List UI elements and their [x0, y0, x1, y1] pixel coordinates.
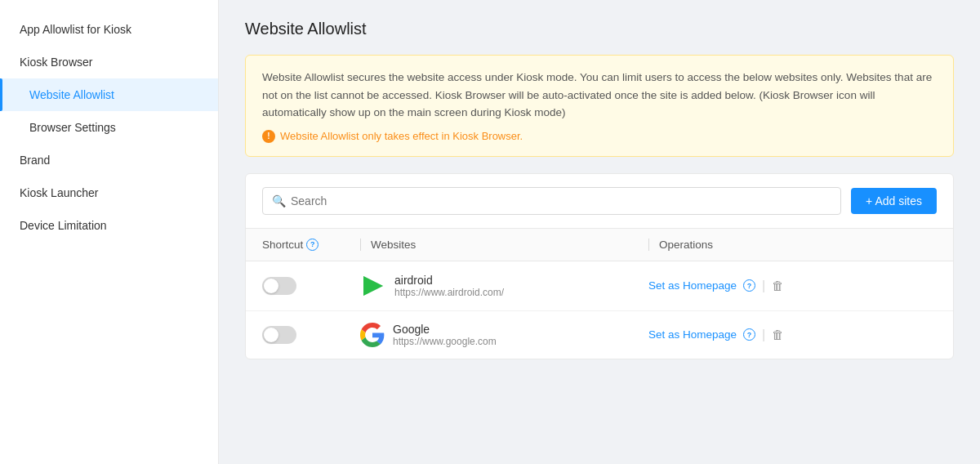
shortcut-help-icon[interactable]: ?: [306, 239, 318, 251]
info-box-warning-text: Website Allowlist only takes effect in K…: [280, 130, 523, 142]
delete-icon-google[interactable]: 🗑: [772, 328, 784, 341]
sidebar-item-website-allowlist[interactable]: Website Allowlist: [0, 78, 218, 111]
sidebar-item-label: App Allowlist for Kiosk: [20, 23, 131, 36]
info-box-warning: ! Website Allowlist only takes effect in…: [262, 130, 937, 143]
search-icon: 🔍: [272, 194, 286, 207]
op-divider-airdroid: |: [762, 279, 765, 293]
delete-icon-airdroid[interactable]: 🗑: [772, 279, 784, 292]
sidebar-item-browser-settings[interactable]: Browser Settings: [0, 111, 218, 144]
sidebar-item-label: Kiosk Browser: [20, 56, 92, 69]
google-name: Google: [393, 323, 497, 336]
add-sites-button[interactable]: + Add sites: [851, 188, 937, 214]
col-shortcut: Shortcut ?: [262, 239, 360, 251]
search-input-wrap: 🔍: [262, 187, 841, 215]
col-websites: Websites: [360, 239, 648, 251]
toggle-google[interactable]: [262, 326, 296, 344]
sidebar-item-brand[interactable]: Brand: [0, 144, 218, 176]
svg-marker-1: [363, 276, 383, 296]
table-header: Shortcut ? Websites Operations: [246, 229, 953, 261]
operations-airdroid: Set as Homepage ? | 🗑: [648, 279, 937, 293]
search-area: 🔍 + Add sites: [246, 174, 953, 229]
airdroid-name: airdroid: [394, 274, 504, 287]
toggle-knob-google: [264, 328, 278, 342]
sidebar-item-kiosk-launcher[interactable]: Kiosk Launcher: [0, 176, 218, 209]
sidebar-item-label: Kiosk Launcher: [20, 186, 99, 199]
sidebar-item-label: Website Allowlist: [29, 88, 114, 101]
table-row: airdroid https://www.airdroid.com/ Set a…: [246, 261, 953, 311]
search-input[interactable]: [262, 187, 841, 215]
airdroid-url: https://www.airdroid.com/: [394, 287, 504, 298]
sidebar-item-device-limitation[interactable]: Device Limitation: [0, 209, 218, 242]
site-info-airdroid: airdroid https://www.airdroid.com/: [360, 273, 648, 299]
toggle-knob-airdroid: [264, 279, 278, 293]
add-sites-label: + Add sites: [866, 194, 922, 207]
warning-icon: !: [262, 130, 275, 143]
homepage-help-icon-airdroid[interactable]: ?: [743, 279, 755, 292]
sidebar-item-app-allowlist[interactable]: App Allowlist for Kiosk: [0, 13, 218, 46]
info-box-text: Website Allowlist secures the website ac…: [262, 69, 937, 122]
sidebar-item-label: Device Limitation: [20, 219, 107, 232]
toggle-airdroid[interactable]: [262, 277, 296, 295]
sidebar: App Allowlist for Kiosk Kiosk Browser We…: [0, 0, 219, 464]
op-divider-google: |: [762, 328, 765, 342]
airdroid-icon: [360, 273, 386, 299]
main-content: Website Allowlist Website Allowlist secu…: [219, 0, 980, 464]
set-homepage-google[interactable]: Set as Homepage: [648, 328, 737, 341]
sidebar-item-label: Browser Settings: [29, 121, 116, 134]
table-row: Google https://www.google.com Set as Hom…: [246, 311, 953, 359]
sidebar-item-label: Brand: [20, 154, 50, 167]
homepage-help-icon-google[interactable]: ?: [743, 328, 755, 341]
set-homepage-airdroid[interactable]: Set as Homepage: [648, 279, 737, 292]
content-card: 🔍 + Add sites Shortcut ? Websites Operat…: [245, 173, 954, 359]
google-url: https://www.google.com: [393, 336, 497, 347]
info-box: Website Allowlist secures the website ac…: [245, 55, 954, 157]
operations-google: Set as Homepage ? | 🗑: [648, 328, 937, 342]
shortcut-toggle-airdroid[interactable]: [262, 277, 360, 295]
shortcut-toggle-google[interactable]: [262, 326, 360, 344]
col-operations: Operations: [648, 239, 937, 251]
google-icon: [360, 323, 385, 347]
page-title: Website Allowlist: [245, 20, 954, 38]
site-info-google: Google https://www.google.com: [360, 323, 648, 347]
sidebar-item-kiosk-browser[interactable]: Kiosk Browser: [0, 46, 218, 78]
